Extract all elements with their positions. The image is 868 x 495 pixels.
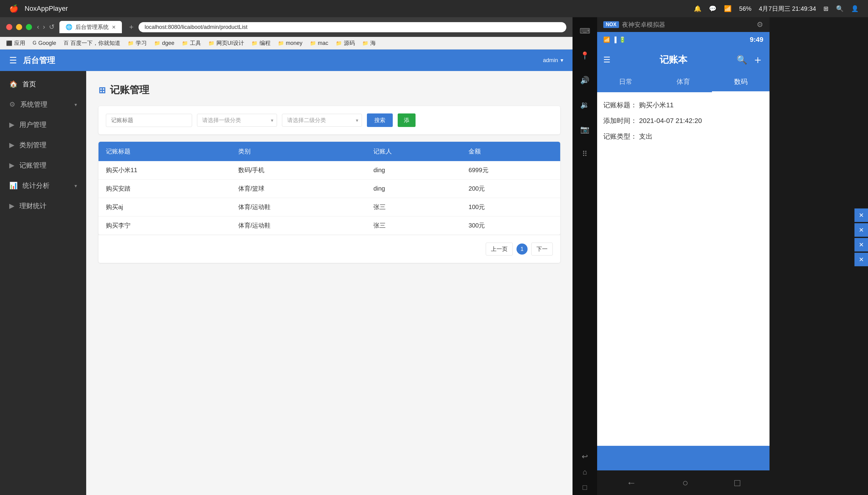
filter-bar: 请选择一级分类 ▾ 请选择二级分类 ▾ 搜索 添 bbox=[98, 106, 560, 134]
page-title: ⊞ 记账管理 bbox=[98, 83, 560, 97]
recent-apps-icon[interactable]: □ bbox=[734, 477, 740, 489]
category2-select-wrapper: 请选择二级分类 ▾ bbox=[282, 114, 362, 127]
nox-location-tool[interactable]: 📍 bbox=[577, 48, 592, 63]
nox-home-tool[interactable]: ⌂ bbox=[577, 464, 592, 480]
tab-digital[interactable]: 数码 bbox=[712, 72, 770, 92]
minimize-button[interactable] bbox=[16, 24, 22, 30]
new-tab-button[interactable]: + bbox=[129, 23, 134, 31]
bookmark-dgee[interactable]: 📁 dgee bbox=[154, 40, 175, 47]
page-title-text: 记账管理 bbox=[110, 83, 149, 97]
dgee-bookmark-icon: 📁 bbox=[154, 40, 160, 46]
bookmark-google[interactable]: G Google bbox=[33, 40, 56, 47]
tab-daily-label: 日常 bbox=[619, 78, 633, 85]
nox-camera-tool[interactable]: 📷 bbox=[577, 122, 592, 137]
mac-topbar: 🍎 NoxAppPlayer 🔔 💬 📶 56% 4月7日周三 21:49:34… bbox=[0, 0, 868, 17]
x-button-1[interactable]: ✕ bbox=[854, 208, 868, 222]
bookmark-study[interactable]: 📁 学习 bbox=[128, 39, 147, 47]
search-button[interactable]: 搜索 bbox=[367, 114, 393, 127]
user-icon: ▶ bbox=[9, 121, 15, 129]
home-nav-icon[interactable]: ○ bbox=[683, 477, 688, 489]
wifi-icon[interactable]: 📶 bbox=[724, 5, 732, 12]
mac-topbar-left: 🍎 NoxAppPlayer bbox=[9, 4, 68, 13]
app-add-button[interactable]: ＋ bbox=[752, 52, 763, 67]
nox-square-tool[interactable]: □ bbox=[577, 480, 592, 495]
nox-back-tool[interactable]: ↩ bbox=[577, 449, 592, 464]
sidebar-item-user[interactable]: ▶ 用户管理 bbox=[0, 115, 86, 135]
next-page-button[interactable]: 下一 bbox=[531, 243, 553, 256]
sidebar-item-system[interactable]: ⚙ 系统管理 ▾ bbox=[0, 95, 86, 115]
battery-status-icon: 🔋 bbox=[619, 36, 626, 43]
sidebar-label-finance: 理财统计 bbox=[19, 201, 47, 210]
app-header-icons: 🔍 ＋ bbox=[737, 52, 763, 67]
avatar-icon[interactable]: 👤 bbox=[851, 5, 859, 12]
prev-page-button[interactable]: 上一页 bbox=[486, 243, 513, 256]
app-content: 记账标题： 购买小米11 添加时间： 2021-04-07 21:42:20 记… bbox=[597, 92, 770, 446]
notification-icon[interactable]: 🔔 bbox=[694, 5, 702, 12]
bookmark-tools[interactable]: 📁 工具 bbox=[182, 39, 201, 47]
close-button[interactable] bbox=[6, 24, 12, 30]
tab-daily[interactable]: 日常 bbox=[597, 72, 655, 92]
bookmark-webui[interactable]: 📁 网页UI设计 bbox=[208, 39, 244, 47]
mac-bookmark-icon: 📁 bbox=[310, 40, 316, 46]
app-title: 记账本 bbox=[660, 53, 687, 66]
detail-type-row: 记账类型： 支出 bbox=[603, 131, 763, 142]
category2-select[interactable]: 请选择二级分类 bbox=[282, 114, 362, 127]
detail-time-row: 添加时间： 2021-04-07 21:42:20 bbox=[603, 115, 763, 126]
nox-apps-tool[interactable]: ⠿ bbox=[577, 146, 592, 162]
coding-bookmark-icon: 📁 bbox=[251, 40, 258, 46]
back-nav-icon[interactable]: ← bbox=[626, 477, 636, 489]
hamburger-icon[interactable]: ☰ bbox=[9, 55, 17, 66]
title-filter-input[interactable] bbox=[106, 114, 192, 127]
tab-sports[interactable]: 体育 bbox=[655, 72, 712, 92]
app-menu-icon[interactable]: ☰ bbox=[603, 55, 610, 65]
nox-header-left: NOX 夜神安卓模拟器 bbox=[603, 21, 665, 29]
browser-tab[interactable]: 🌐 后台管理系统 ✕ bbox=[60, 21, 122, 33]
row2-amount: 200元 bbox=[461, 180, 560, 198]
bookmark-sea[interactable]: 📁 海 bbox=[362, 39, 376, 47]
money-bookmark-label: money bbox=[286, 40, 302, 47]
x-button-4[interactable]: ✕ bbox=[854, 253, 868, 266]
bookmark-apps[interactable]: ⬛ 应用 bbox=[6, 39, 25, 47]
main-content: ⊞ 记账管理 请选择一级分类 ▾ 请选择二级分类 bbox=[86, 71, 573, 495]
forward-nav-button[interactable]: › bbox=[43, 23, 45, 31]
sidebar-item-category[interactable]: ▶ 类别管理 bbox=[0, 135, 86, 155]
phone-time: 9:49 bbox=[750, 36, 763, 44]
reload-button[interactable]: ↺ bbox=[49, 23, 54, 31]
nox-keyboard-tool[interactable]: ⌨ bbox=[577, 23, 592, 39]
webui-bookmark-icon: 📁 bbox=[208, 40, 215, 46]
apps-bookmark-label: 应用 bbox=[14, 39, 25, 47]
wechat-icon[interactable]: 💬 bbox=[709, 5, 717, 12]
x-button-3[interactable]: ✕ bbox=[854, 238, 868, 252]
sidebar-item-finance[interactable]: ▶ 理财统计 bbox=[0, 196, 86, 216]
nox-volume-up-tool[interactable]: 🔊 bbox=[577, 72, 592, 88]
back-nav-button[interactable]: ‹ bbox=[37, 23, 39, 31]
tab-close-button[interactable]: ✕ bbox=[112, 24, 116, 30]
nox-settings-icon[interactable]: ⚙ bbox=[757, 20, 763, 29]
nox-volume-down-tool[interactable]: 🔉 bbox=[577, 97, 592, 113]
page-title-icon: ⊞ bbox=[98, 85, 105, 95]
row2-user: ding bbox=[366, 180, 461, 198]
sidebar-item-stats[interactable]: 📊 统计分析 ▾ bbox=[0, 175, 86, 196]
study-bookmark-label: 学习 bbox=[136, 39, 147, 47]
sidebar-item-account[interactable]: ▶ 记账管理 bbox=[0, 155, 86, 175]
page-number-1[interactable]: 1 bbox=[517, 243, 528, 255]
stats-icon: 📊 bbox=[9, 182, 18, 190]
sidebar-item-home[interactable]: 🏠 首页 bbox=[0, 74, 86, 95]
bookmark-mac[interactable]: 📁 mac bbox=[310, 40, 328, 47]
category1-select[interactable]: 请选择一级分类 bbox=[197, 114, 277, 127]
x-button-2[interactable]: ✕ bbox=[854, 223, 868, 237]
bookmark-baidu[interactable]: 百 百度一下，你就知道 bbox=[64, 39, 120, 47]
maximize-button[interactable] bbox=[26, 24, 32, 30]
coding-bookmark-label: 编程 bbox=[260, 39, 271, 47]
chevron-down-icon: ▾ bbox=[560, 57, 563, 64]
browser-window: ‹ › ↺ 🌐 后台管理系统 ✕ + localhost:8080/licaib… bbox=[0, 17, 573, 495]
search-icon[interactable]: 🔍 bbox=[836, 5, 844, 12]
bookmark-coding[interactable]: 📁 编程 bbox=[251, 39, 271, 47]
bookmark-money[interactable]: 📁 money bbox=[278, 40, 302, 47]
address-bar[interactable]: localhost:8080/licaiboot/admin/productLi… bbox=[138, 22, 566, 32]
app-search-icon[interactable]: 🔍 bbox=[737, 55, 747, 65]
grid-icon[interactable]: ⊞ bbox=[823, 5, 829, 12]
bookmark-source[interactable]: 📁 源码 bbox=[336, 39, 355, 47]
row1-user: ding bbox=[366, 161, 461, 180]
add-button[interactable]: 添 bbox=[398, 114, 415, 127]
